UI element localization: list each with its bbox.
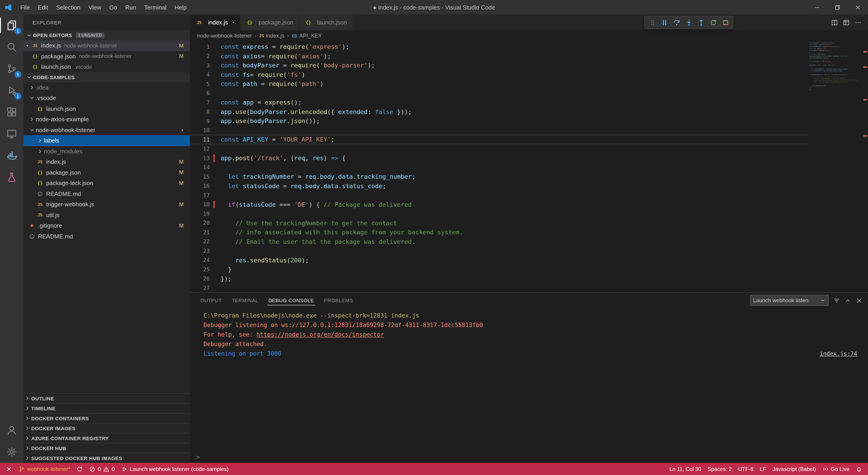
tree-item-node-webhook-listener[interactable]: node-webhook-listener● [24,125,190,135]
step-out-button[interactable] [695,17,707,28]
workspace-header[interactable]: CODE-SAMPLES [24,72,190,82]
sidebar-section-docker-images[interactable]: DOCKER IMAGES [24,423,190,433]
split-editor-button[interactable] [829,17,840,28]
tree-item-idea[interactable]: .idea [24,82,190,93]
activity-explorer[interactable]: 1 [0,14,24,36]
close-panel-button[interactable] [856,297,863,304]
activity-run-debug[interactable]: 1 [0,80,24,101]
code-line[interactable]: 2const axios= require('axios'); [809,44,862,46]
maximize-panel-button[interactable] [844,297,851,304]
notifications-bell[interactable] [852,463,865,475]
breadcrumb-item-index-js[interactable]: JSindex.js [259,33,284,39]
sidebar-section-suggested-docker-hub-images[interactable]: SUGGESTED DOCKER HUB IMAGES [24,453,190,463]
tree-item-package-json[interactable]: {}package.jsonM [24,167,190,178]
code-line[interactable]: 12 [190,144,808,153]
code-line[interactable]: 6 [190,88,808,98]
breadcrumb-item-api-key[interactable]: API_KEY [291,33,322,39]
debug-session-select[interactable]: Launch webhook listen [750,295,829,306]
tree-item-labels[interactable]: labels [24,135,190,146]
code-line[interactable]: 4const fs= require('fs') [809,48,862,50]
sidebar-section-outline[interactable]: OUTLINE [24,393,190,403]
sidebar-section-docker-containers[interactable]: DOCKER CONTAINERS [24,413,190,423]
sidebar-section-docker-hub[interactable]: DOCKER HUB [24,443,190,453]
code-line[interactable]: 17 [809,72,862,73]
tab-launch-json[interactable]: {}launch.json [299,14,353,30]
tab-package-json[interactable]: {}package.json [241,14,299,30]
code-line[interactable]: 14 [190,162,808,172]
stop-button[interactable] [720,17,731,28]
source-location-link[interactable]: index.js:74 [819,350,857,357]
open-editor-launch-json[interactable]: {}launch.json.vscode [24,61,190,72]
tree-item-vscode[interactable]: .vscode [24,93,190,103]
open-editor-index-js[interactable]: ●JSindex.jsnode-webhook-listenerM [24,40,190,51]
code-line[interactable]: 20 // Use the trackingNumber to get the … [190,218,808,228]
code-line[interactable]: 10 [190,125,808,135]
code-line[interactable]: 3const bodyParser = require('body-parser… [809,46,862,48]
code-line[interactable]: 22 // Email the user that the package wa… [809,81,862,83]
tree-item-readme-md[interactable]: README.md [24,231,190,242]
debug-launch-status[interactable]: Launch webhook listener (code-samples) [118,463,232,475]
drag-handle-icon[interactable] [647,17,658,28]
code-line[interactable]: 4const fs= require('fs') [190,70,808,79]
more-actions-button[interactable] [852,17,864,28]
code-line[interactable]: 9app.use(bodyParser.json()); [190,116,808,125]
restore-button[interactable] [827,0,848,14]
debug-console-input[interactable]: > [190,451,868,463]
code-line[interactable]: 25 } [809,87,862,88]
encoding-status[interactable]: UTF-8 [735,463,756,475]
panel-tab-problems[interactable]: PROBLEMS [319,293,358,308]
code-line[interactable]: 23 [809,83,862,85]
step-into-button[interactable] [683,17,694,28]
code-line[interactable]: 14 [809,66,862,68]
panel-tab-debug-console[interactable]: DEBUG CONSOLE [264,293,319,308]
code-line[interactable]: 21 // info associated with this package … [809,79,862,81]
code-line[interactable]: 18 if(statusCode === 'DE') { // Package … [190,200,808,209]
menu-run[interactable]: Run [121,0,140,14]
code-line[interactable]: 11const API_KEY = 'YOUR_API_KEY'; [190,135,808,144]
menu-view[interactable]: View [85,0,105,14]
eol-status[interactable]: LF [756,463,769,475]
problems-status[interactable]: 00 [86,463,118,475]
indentation-status[interactable]: Spaces: 2 [704,463,735,475]
code-line[interactable]: 26}); [809,88,862,90]
code-line[interactable]: 5const path = require('path') [190,79,808,88]
code-line[interactable]: 18 if(statusCode === 'DE') { // Package … [809,73,862,75]
code-line[interactable]: 27 [190,283,808,292]
activity-extensions[interactable] [0,101,24,123]
activity-accounts[interactable] [0,419,24,441]
code-line[interactable]: 1const express = require('express'); [809,42,862,44]
tree-item-launch-json[interactable]: {}launch.json [24,103,190,114]
sync-button[interactable] [73,463,86,475]
minimize-button[interactable] [807,0,827,14]
menu-file[interactable]: File [16,0,34,14]
activity-search[interactable] [0,36,24,58]
code-line[interactable]: 19 [809,76,862,77]
panel-tab-terminal[interactable]: TERMINAL [227,293,264,308]
code-line[interactable]: 3const bodyParser = require('body-parser… [190,61,808,70]
code-line[interactable]: 10 [809,59,862,61]
menu-go[interactable]: Go [105,0,121,14]
tree-item-index-js[interactable]: JSindex.jsM [24,156,190,167]
menu-help[interactable]: Help [170,0,191,14]
sidebar-section-timeline[interactable]: TIMELINE [24,403,190,413]
language-mode-status[interactable]: Javascript (Babel) [769,463,819,475]
code-line[interactable]: 16 let statusCode = req.body.data.status… [809,70,862,72]
close-window-button[interactable] [848,0,868,14]
tab-index-js[interactable]: JSindex.js● [190,14,241,30]
sidebar-section-azure-container-registry[interactable]: AZURE CONTAINER REGISTRY [24,433,190,443]
tree-item-util-js[interactable]: JSutil.js [24,210,190,220]
code-line[interactable]: 7const app = express(); [190,98,808,107]
code-line[interactable]: 5const path = require('path') [809,50,862,51]
menu-edit[interactable]: Edit [34,0,52,14]
code-line[interactable]: 7const app = express(); [809,53,862,55]
menu-selection[interactable]: Selection [52,0,85,14]
tree-item-trigger-webhook-js[interactable]: JStrigger-webhook.jsM [24,199,190,210]
restart-button[interactable] [708,17,719,28]
code-line[interactable]: 8app.use(bodyParser.urlencoded({ extende… [809,55,862,57]
debug-console[interactable]: C:\Program Files\nodejs\node.exe --inspe… [190,308,868,451]
filter-button[interactable] [833,297,840,304]
menu-terminal[interactable]: Terminal [140,0,170,14]
code-line[interactable]: 15 let trackingNumber = req.body.data.tr… [809,68,862,70]
code-line[interactable]: 19 [190,209,808,218]
code-line[interactable]: 13app.post('/track', (req, res) => { [190,153,808,162]
